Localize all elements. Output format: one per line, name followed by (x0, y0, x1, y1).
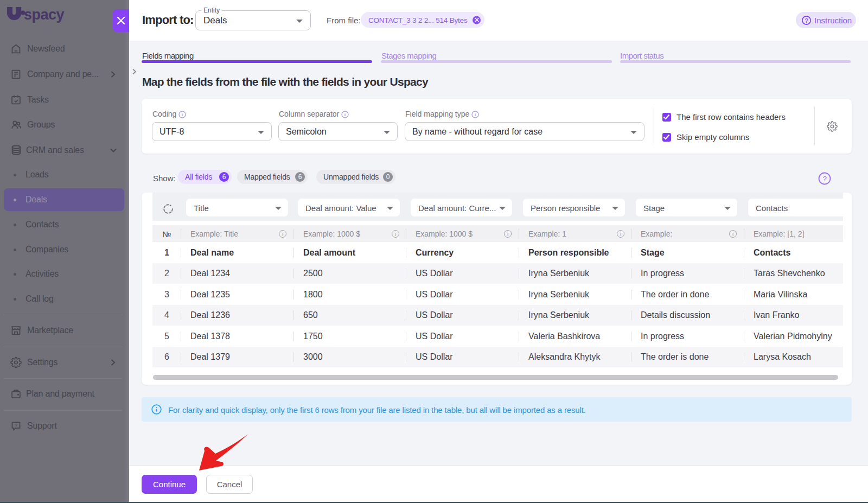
svg-text:spacy: spacy (24, 7, 65, 23)
svg-text:?: ? (15, 422, 17, 428)
svg-text:?: ? (805, 17, 808, 23)
svg-text:?: ? (823, 175, 827, 183)
